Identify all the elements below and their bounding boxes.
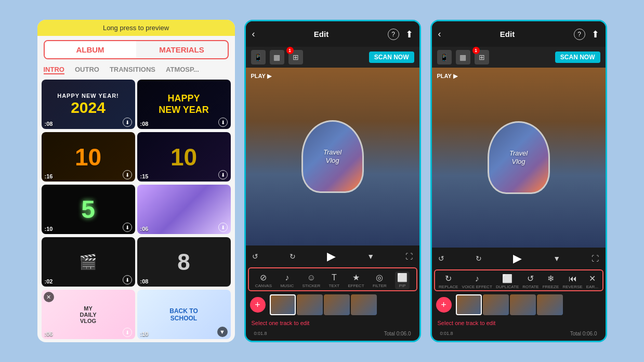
subtab-intro[interactable]: INTRO <box>44 66 64 74</box>
canvas-tool[interactable]: ⊘ CANVAS <box>255 273 272 288</box>
strip-frame-2[interactable] <box>297 294 323 315</box>
voice-effect-tool[interactable]: ♪ VOICE EFFECT <box>462 274 492 289</box>
right-controls: ↺ ↻ ▶ ▼ ⛶ <box>432 248 606 269</box>
timeline-strip[interactable] <box>270 294 415 315</box>
grid-item-2024[interactable]: HAPPY NEW YEAR! 2024 :08 ⬇ <box>42 80 135 129</box>
grid-item-clap[interactable]: 🎬 :02 ⬇ <box>42 237 135 287</box>
sticker-tool[interactable]: ☺ STICKER <box>303 273 321 288</box>
grid-item-happy[interactable]: HAPPYNEW YEAR :08 ⬇ <box>137 80 231 129</box>
scan-now-button[interactable]: SCAN NOW <box>369 51 414 63</box>
middle-controls: ↺ ↻ ▶ ▼ ⛶ <box>246 245 419 267</box>
download-icon[interactable]: ⬇ <box>218 170 228 179</box>
rotate-tool[interactable]: ↺ ROTATE <box>522 274 538 289</box>
back-icon[interactable]: ‹ <box>438 29 441 40</box>
freeze-tool[interactable]: ❄ FREEZE <box>543 274 559 289</box>
music-tool[interactable]: ♪ MUSIC <box>280 273 294 288</box>
strip-frame-1[interactable] <box>270 294 296 315</box>
right-video-area: PLAY ▶ TravelVlog <box>432 68 606 248</box>
download-icon[interactable]: ⬇ <box>123 223 132 232</box>
download-icon[interactable]: ⬇ <box>123 170 132 179</box>
replace-tool[interactable]: ↻ REPLACE <box>439 274 458 289</box>
grid-item-school[interactable]: BACK TOSCHOOL :10 ▼ <box>137 290 231 339</box>
strip-frame-1[interactable] <box>456 294 482 315</box>
tab-materials[interactable]: MATERIALS <box>136 41 228 58</box>
filter-tool[interactable]: ◎ FILTER <box>373 273 387 288</box>
preview-hint: Long press to preview <box>37 20 235 36</box>
strip-frame-3[interactable] <box>510 294 536 315</box>
strip-frame-3[interactable] <box>324 294 350 315</box>
play-button[interactable]: ▶ <box>327 250 336 263</box>
duration-label: :06 <box>140 226 149 232</box>
redo-icon[interactable]: ↻ <box>476 254 482 263</box>
grid-item-10a[interactable]: 10 :16 ⬇ <box>42 132 135 182</box>
help-icon[interactable]: ? <box>388 29 399 40</box>
grid-item-vlog[interactable]: MYDAILYVLOG ✕ :06 ⬇ <box>42 290 135 339</box>
notification-badge: 1 <box>472 47 480 54</box>
share-icon[interactable]: ⬆ <box>405 29 413 40</box>
play-label[interactable]: PLAY ▶ <box>437 73 457 80</box>
select-track-text: Select one track to edit <box>436 318 497 328</box>
duplicate-tool[interactable]: ⬜ DUPLICATE <box>496 274 519 289</box>
grid-item-5[interactable]: 5 :10 ⬇ <box>42 185 135 234</box>
edit-title: Edit <box>308 25 335 43</box>
download-icon[interactable]: ⬇ <box>123 275 132 285</box>
play-button[interactable]: ▶ <box>513 252 522 265</box>
volume-icon[interactable]: ▼ <box>553 254 560 263</box>
download-icon[interactable]: ⬇ <box>123 118 132 127</box>
download-icon[interactable]: ⬇ <box>218 118 228 127</box>
ear-tool[interactable]: ✕ EAR... <box>586 274 598 289</box>
strip-frame-4[interactable] <box>351 294 377 315</box>
download-icon[interactable]: ⬇ <box>123 328 132 337</box>
add-button[interactable]: + <box>436 297 452 313</box>
scan-now-button[interactable]: SCAN NOW <box>555 51 600 63</box>
subtab-atmosp[interactable]: ATMOSP... <box>166 66 199 74</box>
subtab-outro[interactable]: OUTRO <box>75 66 99 74</box>
strip-frame-4[interactable] <box>537 294 563 315</box>
middle-phone-panel: ‹ Edit ? ⬆ 📱 ▦ ⊞ 1 SCAN NOW PLAY ▶ Trave… <box>244 20 421 342</box>
add-button[interactable]: + <box>250 297 266 313</box>
download-icon[interactable]: ⬇ <box>218 223 228 232</box>
fullscreen-icon[interactable]: ⛶ <box>592 254 599 263</box>
text-tool[interactable]: T TEXT <box>329 273 339 288</box>
sub-tabs-row: INTRO OUTRO TRANSITIONS ATMOSP... <box>37 63 235 77</box>
phone-icon: 📱 <box>251 50 266 64</box>
middle-header: ‹ Edit ? ⬆ <box>246 21 419 47</box>
play-label[interactable]: PLAY ▶ <box>251 73 271 80</box>
undo-icon[interactable]: ↺ <box>438 254 444 263</box>
expand-icon[interactable]: ▼ <box>217 327 228 337</box>
album-materials-tabs: ALBUM MATERIALS <box>44 40 229 59</box>
duration-label: :08 <box>140 278 149 285</box>
grid-item-purple[interactable]: :06 ⬇ <box>137 185 231 234</box>
duration-label: :15 <box>140 173 149 179</box>
subtab-transitions[interactable]: TRANSITIONS <box>110 66 155 74</box>
window-frame: TravelVlog <box>301 120 364 193</box>
tab-album[interactable]: ALBUM <box>45 41 136 58</box>
duration-label: :06 <box>45 331 53 337</box>
middle-scan-bar: 📱 ▦ ⊞ 1 SCAN NOW <box>246 47 419 68</box>
content-grid: HAPPY NEW YEAR! 2024 :08 ⬇ HAPPYNEW YEAR… <box>37 77 235 342</box>
middle-timeline: + <box>246 291 419 318</box>
help-icon[interactable]: ? <box>574 29 585 40</box>
pip-tool[interactable]: ⬜ PIP <box>395 272 410 289</box>
close-icon[interactable]: ✕ <box>44 292 54 302</box>
volume-icon[interactable]: ▼ <box>367 252 374 261</box>
timeline-strip[interactable] <box>456 294 601 315</box>
barcode-icon: ▦ <box>456 50 470 64</box>
select-track-text: Select one track to edit <box>250 318 311 328</box>
effect-tool[interactable]: ★ EFFECT <box>348 273 364 288</box>
travel-text: TravelVlog <box>509 149 528 165</box>
undo-icon[interactable]: ↺ <box>252 252 258 261</box>
middle-video-area: PLAY ▶ TravelVlog <box>246 68 419 245</box>
grid-item-10b[interactable]: 10 :15 ⬇ <box>137 132 231 182</box>
grid-item-8[interactable]: 8 :08 <box>137 237 231 287</box>
right-scan-bar: 📱 ▦ ⊞ 1 SCAN NOW <box>432 47 606 68</box>
back-icon[interactable]: ‹ <box>252 29 255 40</box>
share-icon[interactable]: ⬆ <box>592 29 599 40</box>
window-frame: TravelVlog <box>488 121 550 194</box>
redo-icon[interactable]: ↻ <box>290 252 296 261</box>
fullscreen-icon[interactable]: ⛶ <box>405 252 413 261</box>
reverse-tool[interactable]: ⏮ REVERSE <box>562 274 582 289</box>
total-duration: Total 0:06.0 <box>566 330 601 339</box>
timecode: 0:01.8 <box>250 330 271 339</box>
strip-frame-2[interactable] <box>483 294 509 315</box>
